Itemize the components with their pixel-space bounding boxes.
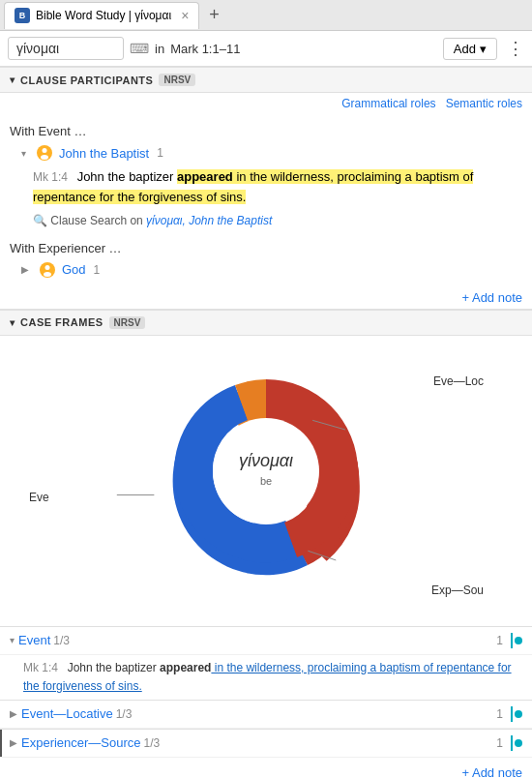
label-eve: Eve [29, 491, 49, 504]
search-reference-link[interactable]: Mark 1:1–11 [170, 42, 240, 56]
verse-text: John the baptizer appeared in the wilder… [33, 169, 473, 204]
experiencer-source-bar [511, 735, 522, 751]
new-tab-button[interactable]: + [203, 5, 225, 25]
event-label[interactable]: Event [18, 633, 50, 647]
experiencer-source-fraction: 1/3 [144, 736, 161, 750]
svg-point-1 [43, 148, 47, 153]
active-tab[interactable]: B Bible Word Study | γίνομαι × [4, 2, 199, 29]
verse-reference: Mk 1:4 [33, 170, 68, 184]
add-button[interactable]: Add ▾ [443, 38, 497, 60]
chart-container: γίνομαι be Eve—Loc Eve Exp—Sou [10, 345, 522, 616]
tab-close-button[interactable]: × [181, 8, 189, 23]
event-row: ▾ Event 1/3 1 Mk 1:4 John the baptizer a… [0, 627, 532, 700]
event-verse-ref: Mk 1:4 [23, 661, 58, 674]
keyboard-icon[interactable]: ⌨ [130, 41, 149, 56]
svg-point-4 [45, 265, 50, 270]
svg-text:be: be [260, 475, 272, 487]
clause-search-line: 🔍 Clause Search on γίνομαι, John the Bap… [10, 212, 522, 231]
event-bar [511, 633, 522, 648]
event-locative-fraction: 1/3 [116, 707, 133, 721]
event-locative-row[interactable]: ▶ Event—Locative 1/3 1 [0, 701, 532, 729]
search-bar: ⌨ in Mark 1:1–11 Add ▾ ⋮ [0, 31, 532, 67]
event-locative-label[interactable]: Event—Locative [21, 706, 113, 721]
with-event-section: With Event … ▾ John the Baptist 1 Mk 1:4… [0, 114, 532, 237]
person-icon [36, 144, 53, 162]
clause-search-prefix: Clause Search on [50, 214, 142, 227]
verse-text-appeared: appeared [177, 169, 233, 184]
table-section: ▾ Event 1/3 1 Mk 1:4 John the baptizer a… [0, 626, 532, 758]
event-expand[interactable]: ▾ [10, 635, 15, 645]
case-frames-tag: NRSV [109, 316, 146, 329]
teal-dot [515, 637, 522, 644]
god-name[interactable]: God [62, 262, 86, 277]
event-num: 1 [496, 634, 503, 647]
svg-point-2 [41, 155, 48, 160]
svg-text:γίνομαι: γίνομαι [239, 451, 293, 470]
donut-chart-section: γίνομαι be Eve—Loc Eve Exp—Sou [0, 336, 532, 626]
event-row-header[interactable]: ▾ Event 1/3 1 [0, 627, 532, 655]
svg-point-6 [213, 418, 319, 524]
with-experiencer-section: With Experiencer … ▶ God 1 [0, 241, 532, 286]
clause-search-link[interactable]: γίνομαι, John the Baptist [146, 214, 272, 227]
event-fraction: 1/3 [53, 634, 70, 647]
add-note-button-2[interactable]: + Add note [0, 758, 532, 778]
experiencer-source-expand[interactable]: ▶ [10, 737, 17, 748]
label-eve-loc: Eve—Loc [433, 374, 484, 388]
experiencer-source-label[interactable]: Experiencer—Source [21, 735, 141, 750]
case-frames-label: CASE FRAMES [20, 316, 103, 328]
event-verse-row: Mk 1:4 John the baptizer appeared in the… [0, 655, 532, 700]
tab-bar: B Bible Word Study | γίνομαι × + [0, 0, 532, 31]
evt-text1: John the baptizer [68, 661, 160, 674]
more-options-button[interactable]: ⋮ [507, 38, 524, 59]
clause-participants-tag: NRSV [159, 74, 195, 86]
case-frames-header: ▾ CASE FRAMES NRSV [0, 310, 532, 336]
god-count: 1 [94, 263, 101, 277]
grammatical-roles-link[interactable]: Grammatical roles [341, 97, 435, 110]
search-icon-small: 🔍 [33, 214, 47, 227]
with-experiencer-label: With Experiencer … [10, 241, 522, 255]
search-input[interactable] [8, 37, 124, 60]
search-context-label: in [155, 42, 164, 56]
john-expand-arrow[interactable]: ▾ [21, 148, 26, 159]
verse-text-part2: in the wilderness, proclaiming a [233, 169, 416, 184]
god-item[interactable]: ▶ God 1 [10, 259, 522, 281]
donut-svg-final: γίνομαι be [150, 355, 382, 587]
add-arrow: ▾ [480, 42, 487, 56]
verse-text-part1: John the baptizer [77, 169, 177, 184]
john-the-baptist-item[interactable]: ▾ John the Baptist 1 [10, 142, 522, 164]
add-label: Add [454, 42, 476, 56]
section-toggle-arrow[interactable]: ▾ [10, 75, 15, 85]
event-locative-expand[interactable]: ▶ [10, 708, 17, 719]
semantic-roles-link[interactable]: Semantic roles [446, 97, 522, 110]
case-frames-toggle[interactable]: ▾ [10, 317, 15, 328]
tab-icon: B [15, 8, 30, 23]
god-icon [39, 261, 56, 279]
clause-participants-label: CLAUSE PARTICIPANTS [20, 75, 153, 86]
god-expand-arrow[interactable]: ▶ [21, 264, 29, 275]
roles-bar: Grammatical roles Semantic roles [0, 93, 532, 114]
evt-appeared: appeared [160, 661, 211, 674]
event-verse-text: John the baptizer appeared in the wilder… [23, 661, 512, 693]
left-indicator [0, 730, 2, 757]
experiencer-source-row[interactable]: ▶ Experiencer—Source 1/3 1 [0, 730, 532, 758]
clause-participants-header: ▾ CLAUSE PARTICIPANTS NRSV [0, 67, 532, 93]
label-exp-sou: Exp—Sou [431, 584, 484, 597]
svg-point-5 [44, 272, 51, 277]
john-name[interactable]: John the Baptist [59, 146, 149, 161]
event-locative-num: 1 [496, 707, 503, 721]
add-note-button-1[interactable]: + Add note [0, 286, 532, 309]
tab-icon-letter: B [19, 11, 26, 20]
john-count: 1 [157, 146, 163, 160]
teal-line [511, 633, 513, 648]
event-locative-bar [511, 706, 522, 722]
verse-mk-1-4: Mk 1:4 John the baptizer appeared in the… [10, 164, 522, 212]
with-event-label: With Event … [10, 124, 522, 138]
experiencer-source-num: 1 [496, 736, 503, 750]
tab-title: Bible Word Study | γίνομαι [36, 9, 171, 22]
